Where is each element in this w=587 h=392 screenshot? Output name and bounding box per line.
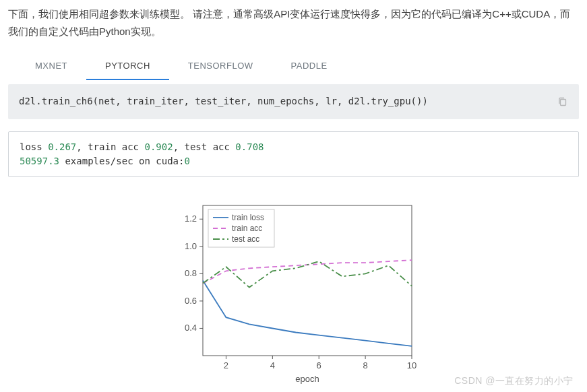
- rate-device: 0: [184, 156, 189, 166]
- chart-container: 0.40.60.81.01.2246810epochtrain losstrai…: [8, 191, 579, 392]
- test-acc-label: , test acc: [173, 141, 236, 152]
- train-acc-value: 0.902: [144, 141, 173, 152]
- loss-value: 0.267: [48, 141, 76, 152]
- tab-paddle[interactable]: PADDLE: [272, 52, 346, 80]
- code-text: d2l.train_ch6(net, train_iter, test_iter…: [19, 96, 428, 106]
- svg-text:2: 2: [223, 360, 228, 370]
- svg-text:1.0: 1.0: [184, 241, 196, 251]
- svg-text:0.4: 0.4: [184, 323, 196, 333]
- tab-pytorch[interactable]: PYTORCH: [86, 52, 169, 80]
- svg-text:epoch: epoch: [295, 374, 319, 384]
- loss-label: loss: [20, 141, 48, 152]
- output-block: loss 0.267, train acc 0.902, test acc 0.…: [8, 131, 579, 177]
- rate-text: examples/sec on cuda:: [59, 156, 184, 166]
- svg-rect-0: [561, 99, 566, 105]
- svg-text:8: 8: [363, 360, 367, 370]
- framework-tabs: MXNET PYTORCH TENSORFLOW PADDLE: [16, 52, 579, 80]
- test-acc-value: 0.708: [235, 141, 264, 152]
- rate-value: 50597.3: [20, 156, 59, 166]
- svg-text:train loss: train loss: [232, 213, 264, 222]
- tab-mxnet[interactable]: MXNET: [16, 52, 86, 80]
- svg-text:4: 4: [270, 360, 274, 370]
- svg-text:1.2: 1.2: [184, 214, 196, 224]
- svg-text:6: 6: [316, 360, 321, 370]
- code-block: d2l.train_ch6(net, train_iter, test_iter…: [8, 84, 579, 119]
- train-acc-label: , train acc: [76, 141, 144, 152]
- tab-tensorflow[interactable]: TENSORFLOW: [169, 52, 272, 80]
- svg-text:0.6: 0.6: [184, 296, 196, 306]
- svg-text:test acc: test acc: [232, 234, 259, 244]
- svg-text:10: 10: [406, 360, 416, 370]
- training-chart: 0.40.60.81.01.2246810epochtrain losstrai…: [166, 197, 422, 386]
- svg-text:train acc: train acc: [232, 224, 262, 233]
- intro-paragraph: 下面，我们使用相同超参数来训练模型。 请注意，通常高级API变体运行速度快得多，…: [8, 5, 579, 40]
- copy-icon[interactable]: [555, 94, 571, 110]
- svg-text:0.8: 0.8: [184, 268, 196, 278]
